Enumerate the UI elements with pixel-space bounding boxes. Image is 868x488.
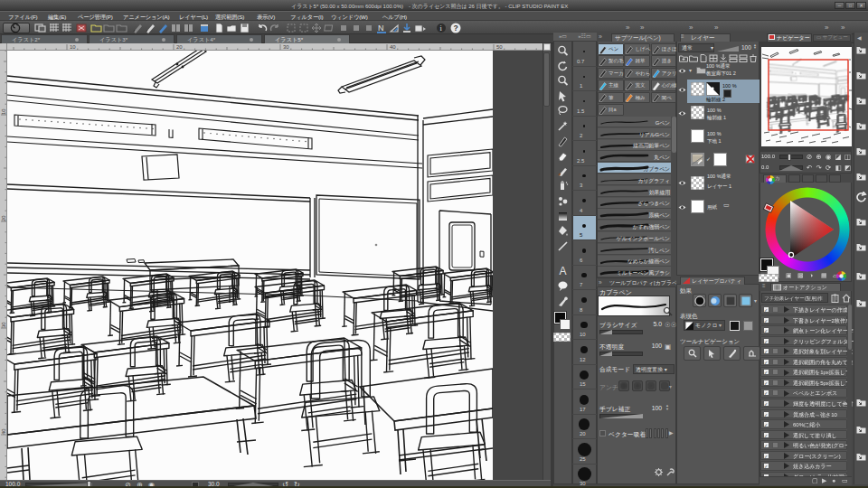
svg-text:20: 20 <box>176 44 183 50</box>
svg-text:10: 10 <box>1 108 6 115</box>
svg-text:10: 10 <box>70 44 76 50</box>
svg-text:30: 30 <box>1 322 6 328</box>
svg-text:N: N <box>378 23 384 33</box>
svg-text:20: 20 <box>1 215 6 221</box>
svg-text:50: 50 <box>496 44 503 50</box>
svg-text:40: 40 <box>1 428 6 435</box>
svg-text:40: 40 <box>390 44 396 50</box>
svg-text:A: A <box>560 265 567 277</box>
svg-text:30: 30 <box>283 44 289 50</box>
svg-text:?: ? <box>454 23 458 33</box>
